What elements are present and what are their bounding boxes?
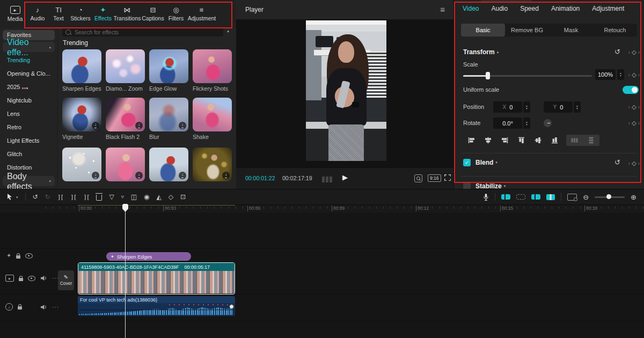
blend-section-header[interactable]: Blend ▾ <box>475 159 497 166</box>
tab-stickers[interactable]: ◔ Stickers <box>69 6 92 21</box>
subtab-remove-bg[interactable]: Remove BG <box>505 24 549 36</box>
scale-slider-thumb[interactable] <box>486 72 490 79</box>
keyframe-diamond-icon[interactable]: ◇ <box>632 49 636 56</box>
effect-card[interactable]: ↓ <box>193 148 232 183</box>
keyframe-next-icon[interactable]: › <box>638 49 640 55</box>
position-x-stepper[interactable]: ▴▾ <box>523 101 530 113</box>
scale-value-field[interactable]: 100% <box>595 69 616 80</box>
tab-audio-settings[interactable]: Audio <box>491 5 508 12</box>
sidebar-item-nightclub[interactable]: Nightclub <box>0 94 57 107</box>
position-y-stepper[interactable]: ▴▾ <box>574 101 581 113</box>
position-x-field[interactable]: X 0 <box>493 101 522 113</box>
sidebar-group-video-effects[interactable]: Video effe... ▴ <box>3 42 55 52</box>
cover-button[interactable]: ✎ Cover <box>58 270 74 290</box>
tab-transitions[interactable]: ⋈ Transitions <box>114 6 141 21</box>
align-h-center-button[interactable] <box>480 135 496 146</box>
subtab-retouch[interactable]: Retouch <box>593 24 637 36</box>
fullscreen-icon[interactable] <box>444 174 451 181</box>
speaker-icon[interactable] <box>40 304 47 310</box>
split-button[interactable]: ][ <box>57 194 63 200</box>
tab-video[interactable]: Video <box>463 5 479 12</box>
sidebar-item-2025[interactable]: 2025 <box>0 80 57 94</box>
tab-captions[interactable]: ⊟ Captions <box>141 6 165 21</box>
stabilize-checkbox[interactable] <box>463 182 471 189</box>
speed-button[interactable]: ◉ <box>144 194 149 200</box>
panel-collapse-icon[interactable]: ▴ <box>227 28 229 33</box>
video-clip[interactable]: 41159808-5903-40AC-BD28-1FA3F4CAD39F 00:… <box>78 262 235 295</box>
redo-button[interactable]: ↻ <box>45 194 50 200</box>
rotate-dial[interactable] <box>544 119 552 127</box>
main-track-magnet-toggle[interactable] <box>501 194 510 200</box>
delete-right-button[interactable]: ][ <box>83 194 89 200</box>
tab-animation[interactable]: Animation <box>551 5 580 12</box>
flip-button[interactable]: ◭ <box>156 194 161 200</box>
crop-button[interactable]: ⊡ <box>180 194 186 200</box>
freehand-button[interactable]: ◇ <box>169 194 173 200</box>
mirror-button[interactable]: ◫ <box>131 194 137 200</box>
select-tool-dropdown[interactable]: ▾ <box>16 195 18 199</box>
lock-icon[interactable] <box>18 306 22 310</box>
keyframe-prev-icon[interactable]: ‹ <box>628 49 630 55</box>
align-v-center-button[interactable] <box>530 135 546 146</box>
tab-speed[interactable]: Speed <box>520 5 539 12</box>
effect-card[interactable]: Shake <box>193 98 232 140</box>
sidebar-item-light-effects[interactable]: Light Effects <box>0 134 57 148</box>
tab-audio[interactable]: ♪ Audio <box>27 6 48 21</box>
uniform-scale-toggle[interactable] <box>623 86 639 94</box>
search-input[interactable] <box>74 28 220 36</box>
tab-filters[interactable]: ◎ Filters <box>165 6 187 21</box>
tab-text[interactable]: TI Text <box>48 6 69 21</box>
freeze-button[interactable]: ▽ <box>109 194 114 200</box>
position-y-field[interactable]: Y 0 <box>544 101 573 113</box>
timeline-zoom-in-button[interactable]: ⊕ <box>631 194 636 201</box>
effect-card[interactable]: Diamo... Zoom <box>106 49 145 92</box>
audio-fade-handle[interactable] <box>229 304 234 309</box>
snapping-toggle[interactable] <box>546 194 555 200</box>
effect-card[interactable]: Edge Glow <box>149 49 188 92</box>
tab-effects[interactable]: ✦ Effects <box>92 6 114 21</box>
rotate-value-field[interactable]: 0.0° <box>493 117 522 129</box>
effect-card[interactable]: ↓ Vignette <box>62 98 101 140</box>
track-more-icon[interactable]: ··· <box>52 304 59 310</box>
timeline-zoom-out-button[interactable]: ⊖ <box>583 194 589 201</box>
effect-card[interactable]: ↓ Black Flash 2 <box>106 98 145 140</box>
distribute-v-button[interactable] <box>583 135 599 146</box>
align-bottom-button[interactable] <box>546 135 563 146</box>
sidebar-item-retro[interactable]: Retro <box>0 121 57 134</box>
preview-axis-button[interactable] <box>567 194 577 201</box>
timeline-ruler[interactable]: 00:00 00:03 00:06 00:09 00:12 00:15 00:1… <box>0 205 644 212</box>
transform-section-header[interactable]: Transform ▴ <box>463 48 499 56</box>
tab-adjustment[interactable]: ≡ Adjustment <box>187 6 217 21</box>
subtab-basic[interactable]: Basic <box>461 24 505 36</box>
sidebar-item-glitch[interactable]: Glitch <box>0 148 57 161</box>
video-preview[interactable] <box>306 20 386 161</box>
visibility-icon[interactable] <box>28 276 35 281</box>
tab-adjustment-settings[interactable]: Adjustment <box>592 5 624 12</box>
effect-clip-sharpen-edges[interactable]: ✦ Sharpen Edges <box>106 252 191 261</box>
audio-clip[interactable]: For cool VP tech tech ads(1388036) <box>78 296 235 316</box>
scale-stepper[interactable]: ▴▾ <box>617 69 624 80</box>
tab-media[interactable]: ▶ Media <box>3 6 27 22</box>
visibility-icon[interactable] <box>25 253 33 259</box>
effect-card[interactable]: ↓ Blur <box>149 98 188 140</box>
voiceover-mic-button[interactable] <box>483 193 489 201</box>
blend-reset-icon[interactable]: ↺ <box>614 158 620 166</box>
aspect-ratio-button[interactable]: 9:16 <box>428 174 441 182</box>
sidebar-group-body-effects[interactable]: Body effects ▾ <box>3 176 55 186</box>
effect-card[interactable]: ↓ <box>106 148 145 183</box>
effect-card[interactable]: Sharpen Edges <box>62 49 101 92</box>
transform-reset-icon[interactable]: ↺ <box>614 48 620 56</box>
mask-button[interactable]: ▿ <box>121 194 124 200</box>
play-button[interactable]: ▶ <box>342 173 348 181</box>
sidebar-item-opening-closing[interactable]: Opening & Clo... <box>0 67 57 80</box>
delete-left-button[interactable]: ][ <box>70 194 76 200</box>
fit-preview-icon[interactable] <box>414 174 422 182</box>
stabilize-section-header[interactable]: Stabilize ▾ <box>475 182 506 189</box>
lock-icon[interactable] <box>16 255 20 259</box>
align-top-button[interactable] <box>513 135 530 146</box>
auto-link-toggle[interactable] <box>516 194 525 200</box>
speaker-icon[interactable] <box>40 275 47 281</box>
player-menu-icon[interactable]: ≡ <box>440 5 445 14</box>
align-right-button[interactable] <box>496 135 513 146</box>
align-left-button[interactable] <box>463 135 480 146</box>
